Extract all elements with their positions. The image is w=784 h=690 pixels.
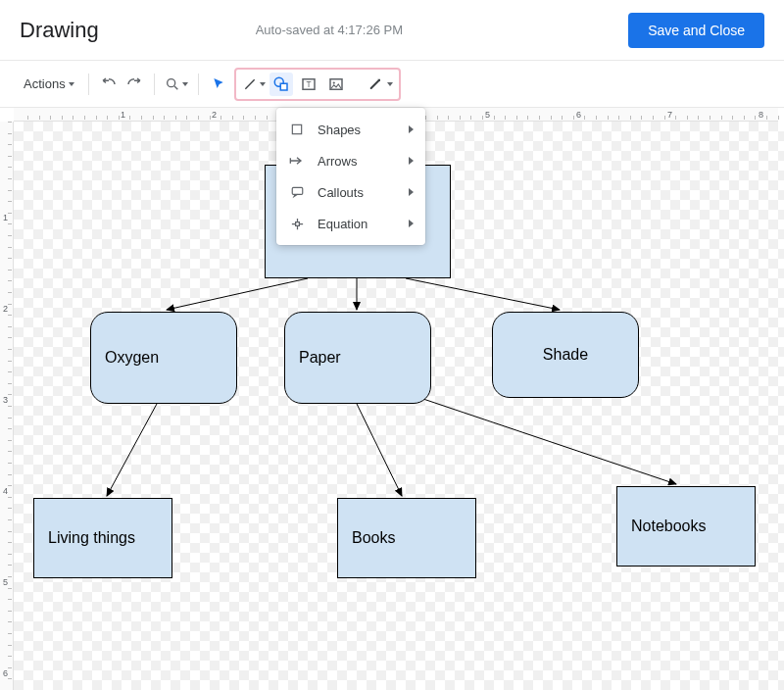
toolbar: Actions T: [0, 61, 784, 108]
arrows-icon: [288, 153, 306, 169]
caret-down-icon: [387, 82, 393, 86]
caret-down-icon: [260, 82, 266, 86]
redo-button[interactable]: [122, 73, 146, 96]
svg-line-12: [107, 404, 157, 496]
caret-down-icon: [182, 82, 188, 86]
chevron-right-icon: [409, 125, 414, 133]
svg-line-9: [167, 278, 308, 310]
separator: [88, 74, 89, 95]
separator: [198, 74, 199, 95]
shape-books[interactable]: Books: [337, 498, 476, 578]
menu-item-equation[interactable]: Equation: [276, 208, 425, 239]
chevron-right-icon: [409, 157, 414, 165]
dialog-header: Drawing Auto-saved at 4:17:26 PM Save an…: [0, 0, 784, 61]
select-tool-button[interactable]: [207, 73, 230, 96]
equation-icon: [288, 216, 306, 231]
zoom-button[interactable]: [163, 73, 190, 96]
undo-button[interactable]: [97, 73, 121, 96]
shape-shade[interactable]: Shade: [492, 312, 639, 398]
shapes-icon: [288, 122, 306, 137]
page-title: Drawing: [20, 18, 99, 43]
shape-oxygen[interactable]: Oxygen: [90, 312, 237, 404]
shape-paper[interactable]: Paper: [284, 312, 431, 404]
actions-label: Actions: [24, 76, 66, 91]
shape-tool-button[interactable]: [270, 73, 293, 96]
menu-item-callouts[interactable]: Callouts: [276, 176, 425, 208]
svg-point-0: [167, 78, 174, 86]
shape-notebooks[interactable]: Notebooks: [616, 486, 756, 567]
svg-line-2: [245, 79, 254, 88]
svg-line-11: [406, 278, 560, 310]
svg-rect-17: [295, 222, 299, 225]
line-style-button[interactable]: [368, 73, 393, 96]
shape-tools-group: T: [234, 68, 401, 101]
svg-rect-16: [292, 187, 303, 194]
shape-living-things[interactable]: Living things: [33, 498, 172, 578]
svg-rect-4: [280, 83, 287, 90]
svg-line-1: [174, 86, 177, 89]
actions-menu-button[interactable]: Actions: [18, 73, 80, 95]
separator: [154, 74, 155, 95]
menu-item-arrows[interactable]: Arrows: [276, 145, 425, 176]
svg-rect-15: [292, 124, 301, 133]
textbox-tool-button[interactable]: T: [297, 73, 320, 96]
caret-down-icon: [69, 82, 74, 86]
vertical-ruler: 1 2 3 4 5 6: [0, 122, 14, 690]
svg-text:T: T: [306, 80, 311, 89]
chevron-right-icon: [409, 220, 414, 227]
autosave-status: Auto-saved at 4:17:26 PM: [256, 23, 403, 37]
image-tool-button[interactable]: [324, 73, 348, 96]
svg-line-13: [357, 404, 402, 496]
save-and-close-button[interactable]: Save and Close: [628, 13, 764, 48]
callouts-icon: [288, 184, 306, 200]
shapes-dropdown-menu: Shapes Arrows Callouts Equation: [276, 108, 425, 245]
svg-point-8: [332, 81, 334, 83]
svg-line-14: [406, 393, 676, 484]
line-tool-button[interactable]: [242, 73, 266, 96]
chevron-right-icon: [409, 188, 414, 196]
menu-item-shapes[interactable]: Shapes: [276, 114, 425, 145]
